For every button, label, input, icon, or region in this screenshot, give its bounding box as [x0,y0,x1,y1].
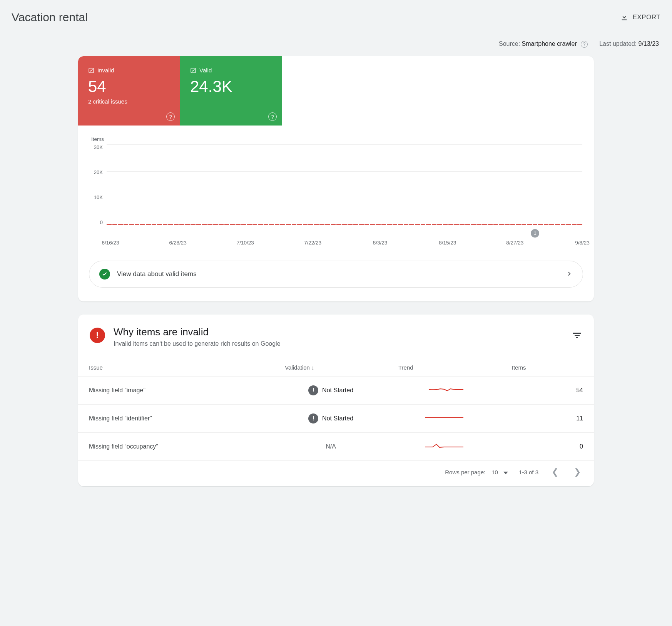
updated-meta: Last updated: 9/13/23 [599,40,659,48]
page-next-button[interactable]: ❯ [572,467,583,477]
validation-status: !Not Started [274,405,388,433]
tile-valid-value: 24.3K [190,77,272,96]
help-icon[interactable]: ? [268,112,277,121]
chart-y-label: Items [91,136,582,142]
trend-sparkline [388,377,501,405]
alert-badge-icon: ! [308,413,318,423]
status-tiles: Invalid 54 2 critical issues ? Valid 24.… [78,56,594,126]
y-tick: 20K [94,169,103,175]
download-icon [620,13,629,22]
table-pager: Rows per page: 10 1-3 of 3 ❮ ❯ [78,461,594,486]
table-row[interactable]: Missing field “occupancy”N/A0 [78,433,594,461]
status-chart-card: Invalid 54 2 critical issues ? Valid 24.… [78,56,594,301]
tile-invalid-sub: 2 critical issues [88,98,170,105]
x-tick: 6/28/23 [169,240,187,246]
tile-valid-label: Valid [199,67,212,74]
source-label: Source: [499,40,520,47]
items-count: 54 [501,377,594,405]
meta-row: Source: Smartphone crawler ? Last update… [12,35,660,56]
tile-invalid[interactable]: Invalid 54 2 critical issues ? [78,56,180,126]
source-value: Smartphone crawler [522,40,577,47]
view-valid-items-button[interactable]: View data about valid items [89,261,583,288]
tile-invalid-label: Invalid [97,67,114,74]
help-icon[interactable]: ? [581,41,588,48]
page-range: 1-3 of 3 [519,469,538,475]
y-tick: 30K [94,144,103,150]
rows-per-page-label: Rows per page: [445,469,485,475]
page-prev-button[interactable]: ❮ [549,467,561,477]
issue-name: Missing field “identifier” [78,405,274,433]
x-tick: 8/3/23 [373,240,388,246]
tile-invalid-value: 54 [88,77,170,96]
x-tick: 6/16/23 [102,240,119,246]
issues-title: Why items are invalid [114,326,281,338]
validation-status: !Not Started [274,377,388,405]
help-icon[interactable]: ? [166,112,175,121]
validation-status: N/A [274,433,388,461]
col-items[interactable]: Items [501,359,594,377]
export-button[interactable]: EXPORT [620,13,660,22]
view-valid-items-label: View data about valid items [117,270,197,278]
issue-name: Missing field “occupancy” [78,433,274,461]
col-validation[interactable]: Validation [274,359,388,377]
table-row[interactable]: Missing field “image”!Not Started54 [78,377,594,405]
tile-valid[interactable]: Valid 24.3K ? [180,56,282,126]
col-issue[interactable]: Issue [78,359,274,377]
filter-button[interactable] [572,330,582,341]
chart: Items 30K20K10K0 6/16/236/28/237/10/237/… [78,126,594,249]
page-header: Vacation rental EXPORT [12,8,660,31]
y-tick: 0 [100,219,103,225]
chevron-down-icon [503,472,508,474]
check-circle-icon [99,269,110,280]
chart-marker[interactable]: 1 [531,229,539,238]
issues-subtitle: Invalid items can't be used to generate … [114,340,281,347]
chart-plot [107,144,582,225]
x-tick: 8/15/23 [439,240,456,246]
chart-y-axis: 30K20K10K0 [90,144,107,225]
chart-x-axis: 6/16/236/28/237/10/237/22/238/3/238/15/2… [110,240,582,249]
table-row[interactable]: Missing field “identifier”!Not Started11 [78,405,594,433]
x-tick: 9/8/23 [575,240,590,246]
export-label: EXPORT [632,13,660,21]
source-meta: Source: Smartphone crawler ? [499,40,588,48]
checkbox-icon [88,67,94,74]
trend-sparkline [388,405,501,433]
updated-label: Last updated: [599,40,637,47]
issue-name: Missing field “image” [78,377,274,405]
page-title: Vacation rental [12,11,88,24]
rows-per-page-select[interactable]: 10 [491,469,508,475]
x-tick: 8/27/23 [506,240,523,246]
alert-icon: ! [90,328,105,343]
col-trend[interactable]: Trend [388,359,501,377]
updated-value: 9/13/23 [639,40,659,47]
items-count: 0 [501,433,594,461]
y-tick: 10K [94,194,103,200]
x-tick: 7/22/23 [304,240,321,246]
issues-table: Issue Validation Trend Items Missing fie… [78,359,594,461]
trend-sparkline [388,433,501,461]
x-tick: 7/10/23 [237,240,254,246]
chevron-right-icon [566,270,573,278]
issues-card: ! Why items are invalid Invalid items ca… [78,315,594,486]
checkbox-icon [190,67,196,74]
items-count: 11 [501,405,594,433]
alert-badge-icon: ! [308,385,318,395]
rows-per-page-value: 10 [491,469,498,475]
